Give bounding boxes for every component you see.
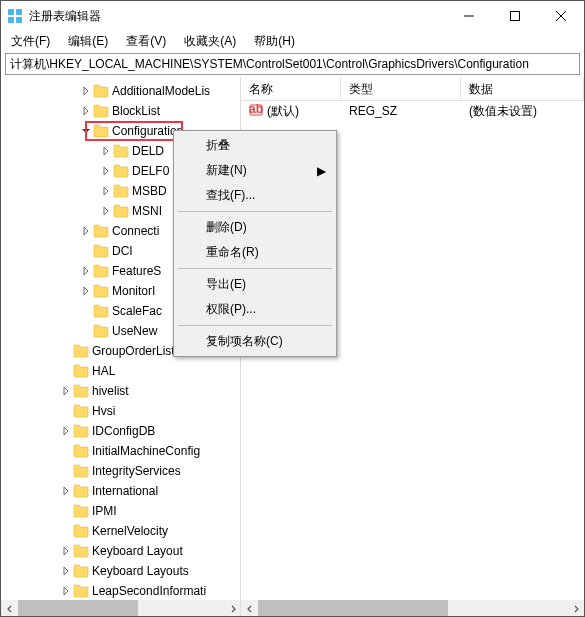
- chevron-right-icon[interactable]: [79, 104, 93, 118]
- string-value-icon: ab: [249, 103, 263, 120]
- folder-icon: [113, 184, 129, 198]
- chevron-right-icon: [59, 504, 73, 518]
- chevron-right-icon: [79, 304, 93, 318]
- tree-item[interactable]: International: [1, 481, 240, 501]
- menu-view[interactable]: 查看(V): [122, 32, 170, 51]
- context-permissions[interactable]: 权限(P)...: [176, 297, 334, 322]
- tree-label: FeatureS: [112, 264, 161, 278]
- chevron-right-icon[interactable]: [59, 544, 73, 558]
- folder-icon: [113, 204, 129, 218]
- tree-scrollbar-h[interactable]: [1, 600, 241, 617]
- value-data: (数值未设置): [461, 102, 584, 121]
- chevron-right-icon[interactable]: [99, 204, 113, 218]
- list-row[interactable]: ab (默认) REG_SZ (数值未设置): [241, 101, 584, 121]
- tree-label: International: [92, 484, 158, 498]
- svg-rect-2: [8, 17, 14, 23]
- context-find[interactable]: 查找(F)...: [176, 183, 334, 208]
- folder-icon: [73, 444, 89, 458]
- chevron-right-icon: [59, 464, 73, 478]
- folder-icon: [73, 564, 89, 578]
- context-delete[interactable]: 删除(D): [176, 215, 334, 240]
- tree-item[interactable]: Keyboard Layout: [1, 541, 240, 561]
- tree-label: Keyboard Layout: [92, 544, 183, 558]
- scroll-left-icon[interactable]: [241, 600, 258, 617]
- svg-rect-0: [8, 9, 14, 15]
- menu-file[interactable]: 文件(F): [7, 32, 54, 51]
- tree-label: Hvsi: [92, 404, 115, 418]
- chevron-right-icon[interactable]: [59, 484, 73, 498]
- tree-label: LeapSecondInformati: [92, 584, 206, 598]
- address-bar[interactable]: 计算机\HKEY_LOCAL_MACHINE\SYSTEM\ControlSet…: [5, 53, 580, 75]
- folder-icon: [73, 524, 89, 538]
- scroll-right-icon[interactable]: [567, 600, 584, 617]
- menu-edit[interactable]: 编辑(E): [64, 32, 112, 51]
- context-rename[interactable]: 重命名(R): [176, 240, 334, 265]
- tree-item[interactable]: KernelVelocity: [1, 521, 240, 541]
- menu-help[interactable]: 帮助(H): [250, 32, 299, 51]
- context-copykeyname[interactable]: 复制项名称(C): [176, 329, 334, 354]
- folder-icon: [73, 404, 89, 418]
- tree-item[interactable]: LeapSecondInformati: [1, 581, 240, 601]
- folder-icon: [93, 124, 109, 138]
- close-button[interactable]: [538, 1, 584, 31]
- tree-label: DCI: [112, 244, 133, 258]
- context-new[interactable]: 新建(N)▶: [176, 158, 334, 183]
- chevron-right-icon[interactable]: [99, 144, 113, 158]
- chevron-right-icon[interactable]: [59, 384, 73, 398]
- folder-icon: [73, 584, 89, 598]
- minimize-button[interactable]: [446, 1, 492, 31]
- maximize-button[interactable]: [492, 1, 538, 31]
- svg-text:ab: ab: [249, 103, 263, 116]
- path-text: 计算机\HKEY_LOCAL_MACHINE\SYSTEM\ControlSet…: [10, 56, 529, 73]
- folder-icon: [93, 324, 109, 338]
- scroll-thumb[interactable]: [258, 600, 448, 617]
- scroll-right-icon[interactable]: [224, 600, 241, 617]
- tree-item[interactable]: hivelist: [1, 381, 240, 401]
- context-collapse[interactable]: 折叠: [176, 133, 334, 158]
- tree-item[interactable]: BlockList: [1, 101, 240, 121]
- tree-label: Keyboard Layouts: [92, 564, 189, 578]
- chevron-right-icon: [79, 244, 93, 258]
- menu-favorites[interactable]: 收藏夹(A): [180, 32, 240, 51]
- scroll-left-icon[interactable]: [1, 600, 18, 617]
- tree-label: HAL: [92, 364, 115, 378]
- chevron-right-icon[interactable]: [59, 584, 73, 598]
- separator: [178, 325, 332, 326]
- tree-item[interactable]: InitialMachineConfig: [1, 441, 240, 461]
- tree-label: Connecti: [112, 224, 159, 238]
- chevron-right-icon: [59, 344, 73, 358]
- tree-item[interactable]: HAL: [1, 361, 240, 381]
- context-export[interactable]: 导出(E): [176, 272, 334, 297]
- chevron-right-icon[interactable]: [79, 284, 93, 298]
- col-name[interactable]: 名称: [241, 77, 341, 100]
- chevron-right-icon[interactable]: [59, 564, 73, 578]
- tree-item[interactable]: IPMI: [1, 501, 240, 521]
- tree-label: BlockList: [112, 104, 160, 118]
- chevron-down-icon[interactable]: [79, 124, 93, 138]
- tree-item[interactable]: IntegrityServices: [1, 461, 240, 481]
- chevron-right-icon[interactable]: [99, 164, 113, 178]
- chevron-right-icon: [59, 524, 73, 538]
- folder-icon: [73, 424, 89, 438]
- col-type[interactable]: 类型: [341, 77, 461, 100]
- tree-item[interactable]: IDConfigDB: [1, 421, 240, 441]
- tree-label: DELD: [132, 144, 164, 158]
- chevron-right-icon[interactable]: [79, 224, 93, 238]
- tree-item[interactable]: AdditionalModeLis: [1, 81, 240, 101]
- chevron-right-icon[interactable]: [99, 184, 113, 198]
- tree-item[interactable]: Keyboard Layouts: [1, 561, 240, 581]
- folder-icon: [93, 284, 109, 298]
- folder-icon: [73, 364, 89, 378]
- list-scrollbar-h[interactable]: [241, 600, 584, 617]
- tree-item[interactable]: Hvsi: [1, 401, 240, 421]
- scroll-thumb[interactable]: [18, 600, 138, 617]
- chevron-right-icon: [59, 404, 73, 418]
- chevron-right-icon[interactable]: [59, 424, 73, 438]
- chevron-right-icon[interactable]: [79, 264, 93, 278]
- chevron-right-icon[interactable]: [79, 84, 93, 98]
- tree-label: IPMI: [92, 504, 117, 518]
- folder-icon: [93, 84, 109, 98]
- col-data[interactable]: 数据: [461, 77, 584, 100]
- chevron-right-icon: [79, 324, 93, 338]
- folder-icon: [73, 464, 89, 478]
